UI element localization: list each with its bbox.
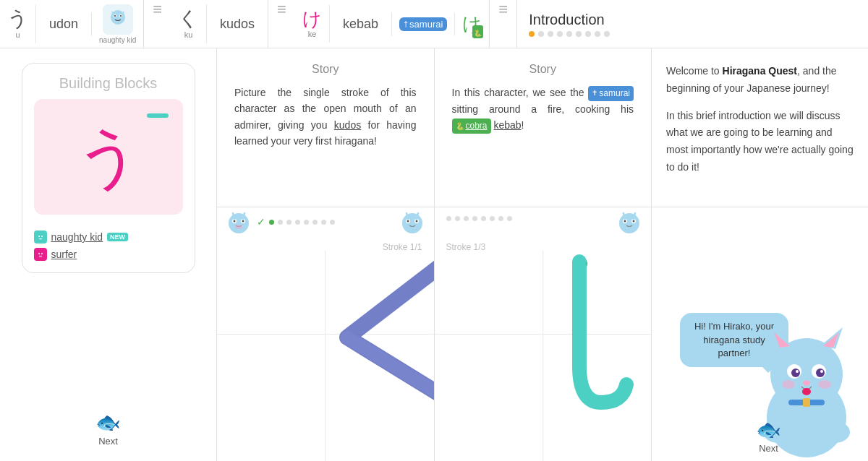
fish-icon-right: 🐟 bbox=[756, 418, 781, 441]
svg-point-47 bbox=[818, 380, 831, 389]
nav-word-kudos: kudos bbox=[214, 17, 260, 32]
left-panel: Building Blocks う naughty kid NEW s bbox=[0, 48, 217, 461]
story-panel-left: Story Picture the single stroke of this … bbox=[217, 48, 435, 207]
svg-point-15 bbox=[234, 220, 236, 223]
right-panel-bottom: Hi! I'm Hirako, your hiragana study part… bbox=[651, 207, 868, 461]
tag-item-surfer[interactable]: surfer bbox=[34, 248, 129, 261]
svg-point-17 bbox=[235, 225, 242, 229]
story-panel-right: Story In this character, we see the ✝ sa… bbox=[435, 48, 652, 207]
dot-6 bbox=[576, 31, 582, 37]
svg-point-46 bbox=[782, 380, 795, 389]
nav-char-u: う bbox=[7, 9, 28, 29]
dot-5 bbox=[566, 31, 572, 37]
svg-point-18 bbox=[402, 213, 422, 233]
nav-cell-ku[interactable]: く ku bbox=[171, 4, 207, 43]
samurai-inline-badge: ✝ samurai bbox=[588, 86, 634, 101]
svg-point-7 bbox=[38, 236, 40, 237]
svg-point-42 bbox=[796, 370, 799, 373]
next-button-left[interactable]: 🐟 Next bbox=[95, 410, 121, 447]
hamburger-2[interactable]: ≡ bbox=[268, 0, 295, 48]
cat-avatar-right bbox=[615, 207, 644, 239]
dot-3 bbox=[548, 31, 553, 37]
svg-point-29 bbox=[633, 220, 635, 223]
kebab-label: kebab bbox=[493, 119, 521, 131]
naughty-kid-svg bbox=[103, 4, 133, 35]
svg-point-12 bbox=[229, 213, 249, 233]
nav-char-ke: け bbox=[302, 9, 322, 28]
dot-7 bbox=[585, 31, 591, 37]
svg-point-4 bbox=[114, 15, 116, 17]
dot-4 bbox=[557, 31, 563, 37]
nav-char-ku: く bbox=[178, 9, 199, 29]
nav-group-ku: く ku kudos bbox=[171, 0, 268, 48]
hiragana-quest-bold: Hiragana Quest bbox=[723, 65, 797, 77]
svg-point-11 bbox=[41, 253, 43, 254]
hamburger-1[interactable]: ≡ bbox=[144, 0, 171, 48]
nav-cell-udon[interactable]: udon bbox=[36, 12, 92, 36]
tag-cyan-icon bbox=[34, 231, 47, 244]
next-label-left: Next bbox=[98, 436, 118, 447]
svg-point-8 bbox=[41, 236, 43, 237]
svg-point-25 bbox=[619, 213, 639, 233]
cat-left-svg bbox=[224, 207, 253, 236]
svg-point-49 bbox=[821, 421, 850, 443]
story-title-left: Story bbox=[234, 63, 417, 76]
nav-cell-kudos[interactable]: kudos bbox=[207, 12, 268, 36]
center-area: Story Picture the single stroke of this … bbox=[217, 48, 868, 461]
nav-bar: う u udon naughty kid bbox=[0, 0, 868, 48]
next-label-right: Next bbox=[759, 443, 778, 454]
nav-cell-samurai[interactable]: † samurai bbox=[392, 13, 455, 35]
nav-group-ke: け ke kebab † samurai け 🐍 bbox=[295, 0, 490, 48]
drawing-row: ✓ bbox=[217, 207, 868, 461]
svg-point-16 bbox=[242, 220, 244, 223]
nav-label-u: u bbox=[15, 30, 20, 39]
drawing-panel-left[interactable]: ✓ bbox=[217, 207, 435, 461]
hamburger-3[interactable]: ≡ bbox=[490, 0, 516, 48]
story-row: Story Picture the single stroke of this … bbox=[217, 48, 868, 207]
cobra-snake-icon: 🐍 bbox=[456, 121, 464, 132]
story-text-left: Picture the single stroke of this charac… bbox=[234, 85, 417, 150]
nav-label-ku: ku bbox=[184, 30, 193, 39]
nav-cell-kebab[interactable]: kebab bbox=[330, 12, 392, 36]
cobra-label: cobra bbox=[466, 119, 488, 133]
story-text-right: In this character, we see the ✝ samurai … bbox=[452, 85, 634, 134]
dot-8 bbox=[595, 31, 600, 37]
ku-drawing-svg bbox=[217, 207, 434, 461]
svg-point-21 bbox=[407, 220, 409, 223]
story-title-right: Story bbox=[452, 63, 634, 76]
cat-avatar-left-right bbox=[398, 207, 427, 241]
tag-row: naughty kid NEW surfer bbox=[34, 231, 129, 261]
samurai-text: samurai bbox=[409, 19, 443, 30]
nav-cell-naughty[interactable]: naughty kid bbox=[92, 0, 143, 48]
svg-rect-51 bbox=[803, 398, 810, 407]
intro-para-2: In this brief introduction we will discu… bbox=[666, 108, 854, 176]
nav-cell-u[interactable]: う u bbox=[0, 4, 36, 43]
svg-point-5 bbox=[120, 15, 122, 17]
naughty-kid-icon bbox=[103, 4, 133, 35]
building-blocks-card: Building Blocks う naughty kid NEW s bbox=[22, 63, 195, 273]
cobra-inline-badge: 🐍 cobra bbox=[452, 119, 491, 134]
drawing-panel-right[interactable]: Stroke 1/3 bbox=[435, 207, 652, 461]
tag-surfer-label: surfer bbox=[51, 249, 77, 260]
nav-label-ke: ke bbox=[308, 30, 317, 38]
char-display-box: う bbox=[34, 99, 183, 215]
next-button-right[interactable]: 🐟 Next bbox=[756, 418, 781, 454]
stroke-indicator bbox=[147, 113, 169, 118]
cat-right2-svg bbox=[615, 207, 644, 236]
tag-item-naughty[interactable]: naughty kid NEW bbox=[34, 231, 129, 244]
nav-cell-ke[interactable]: け ke bbox=[295, 5, 330, 43]
nav-cell-ke-green[interactable]: け 🐍 bbox=[455, 7, 489, 41]
intro-para-1: Welcome to Hiragana Quest, and the begin… bbox=[666, 63, 854, 98]
nav-word-udon: udon bbox=[43, 17, 84, 32]
svg-point-28 bbox=[624, 220, 626, 223]
nav-label-naughty: naughty kid bbox=[99, 36, 136, 44]
kudos-underline: kudos bbox=[334, 119, 361, 131]
samurai-badge-label: samurai bbox=[599, 87, 630, 100]
ke-drawing-svg bbox=[435, 207, 652, 461]
dot-9 bbox=[604, 31, 610, 37]
nav-intro-title: Introduction bbox=[529, 12, 856, 28]
dot-2 bbox=[538, 31, 544, 37]
svg-point-10 bbox=[38, 253, 40, 254]
svg-point-40 bbox=[791, 369, 800, 377]
svg-point-41 bbox=[816, 369, 825, 377]
